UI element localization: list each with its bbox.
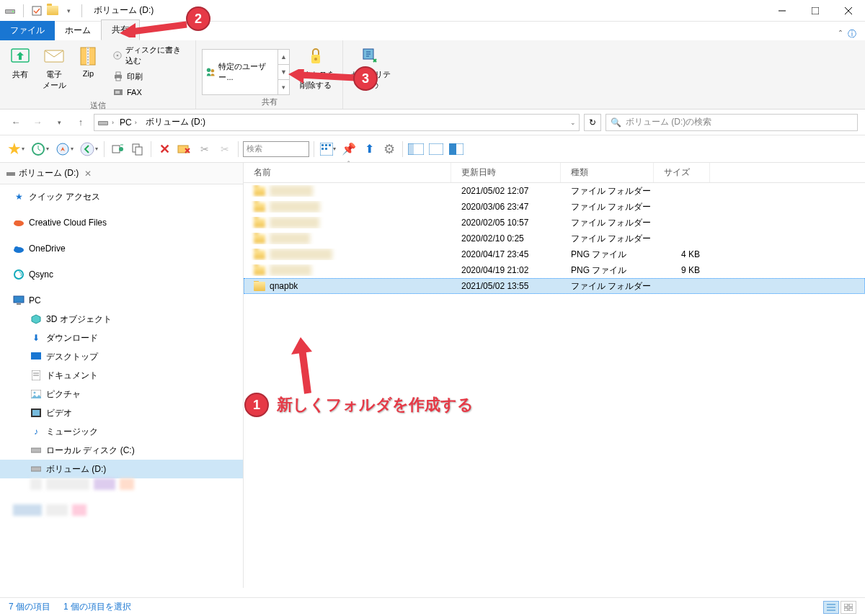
up-button[interactable]: ↑ (72, 114, 89, 131)
main-area: ボリューム (D:) ✕ ★クイック アクセス Creative Cloud F… (0, 163, 865, 588)
nav-back-icon[interactable]: ▾ (78, 140, 99, 158)
tree-3d-objects[interactable]: 3D オブジェクト (0, 310, 243, 329)
send-group-label: 送信 (6, 99, 190, 111)
tree-documents[interactable]: ドキュメント (0, 366, 243, 385)
search-box[interactable]: 🔍 ボリューム (D:)の検索 (606, 114, 858, 131)
column-headers: 名前 更新日時 種類 サイズ ˆ (244, 163, 865, 183)
file-list[interactable]: 2021/05/02 12:07ファイル フォルダー2020/03/06 23:… (244, 183, 865, 588)
breadcrumb-volume[interactable]: ボリューム (D:) (143, 116, 208, 128)
file-row[interactable]: 2021/05/02 12:07ファイル フォルダー (244, 183, 865, 199)
file-type: ファイル フォルダー (561, 233, 654, 245)
zip-button[interactable]: Zip (74, 43, 103, 79)
history-icon[interactable]: ▾ (29, 140, 50, 158)
tree-qsync[interactable]: Qsync (0, 265, 243, 284)
file-type: PNG ファイル (561, 264, 654, 277)
tree-quick-access[interactable]: ★クイック アクセス (0, 187, 243, 206)
file-row[interactable]: 2020/04/17 23:45PNG ファイル4 KB (244, 246, 865, 262)
burn-disc-button[interactable]: ディスクに書き込む (110, 43, 190, 68)
share-button-label: 共有 (12, 69, 28, 80)
delete-folder-icon[interactable] (176, 140, 193, 158)
details-view-button[interactable] (823, 601, 839, 614)
tree-desktop[interactable]: デスクトップ (0, 347, 243, 366)
copy-path-icon[interactable] (109, 140, 126, 158)
fax-label: FAX (127, 88, 142, 97)
svg-point-20 (207, 68, 210, 72)
tab-home[interactable]: ホーム (55, 21, 101, 40)
checkbox-icon[interactable] (31, 5, 43, 17)
tab-file[interactable]: ファイル (0, 21, 55, 40)
tree-pictures[interactable]: ピクチャ (0, 385, 243, 403)
file-row[interactable]: 2020/02/05 10:57ファイル フォルダー (244, 215, 865, 231)
copy-icon[interactable] (129, 140, 146, 158)
specific-user-item[interactable]: 特定のユーザー... (203, 52, 278, 92)
help-icon[interactable]: ⓘ (848, 28, 856, 40)
tree-creative-cloud[interactable]: Creative Cloud Files (0, 213, 243, 232)
cut-icon[interactable]: ✂ (196, 140, 213, 158)
tree-d-drive[interactable]: ボリューム (D:) (0, 460, 243, 478)
view-options-icon[interactable]: ▾ (319, 140, 337, 158)
refresh-button[interactable]: ↻ (584, 114, 601, 131)
tree-downloads[interactable]: ⬇ダウンロード (0, 329, 243, 347)
qat-dropdown-icon[interactable]: ▾ (63, 5, 74, 17)
tree-pc[interactable]: PC (0, 291, 243, 310)
window-split-icon[interactable] (407, 140, 425, 158)
addr-dropdown[interactable]: ⌄ (570, 119, 576, 126)
ribbon: 共有 電子 メール Zip ディスクに書き込む 印刷 (0, 40, 865, 110)
breadcrumb-pc[interactable]: PC› (117, 117, 140, 128)
up-arrow-icon[interactable]: ⬆ (360, 140, 378, 158)
inline-search[interactable]: 検索 (243, 141, 309, 157)
delete-x-icon[interactable]: ✕ (156, 140, 173, 158)
share-button[interactable]: 共有 (6, 43, 35, 81)
file-row[interactable]: 2020/03/06 23:47ファイル フォルダー (244, 199, 865, 215)
status-bar: 7 個の項目 1 個の項目を選択 (0, 597, 865, 616)
svg-point-48 (14, 220, 19, 225)
tree-videos[interactable]: ビデオ (0, 403, 243, 422)
minimize-button[interactable] (766, 0, 799, 22)
file-row[interactable]: qnapbk2021/05/02 13:55ファイル フォルダー (244, 278, 865, 294)
collapse-ribbon-icon[interactable]: ˆ (839, 30, 842, 40)
svg-point-23 (314, 58, 317, 61)
tree-onedrive[interactable]: OneDrive (0, 239, 243, 258)
svg-rect-3 (32, 6, 41, 15)
print-label: 印刷 (127, 71, 143, 82)
window-half-icon[interactable] (448, 140, 465, 158)
svg-rect-54 (31, 352, 41, 360)
annotation-badge-3: 3 (353, 66, 378, 91)
file-type: ファイル フォルダー (561, 217, 654, 229)
back-button[interactable]: ← (7, 114, 25, 131)
print-button[interactable]: 印刷 (110, 69, 190, 84)
col-type[interactable]: 種類 (561, 163, 654, 182)
maximize-button[interactable] (799, 0, 832, 22)
sidebar-tab[interactable]: ボリューム (D:) ✕ (0, 163, 243, 184)
svg-rect-43 (429, 143, 443, 155)
fax-button[interactable]: FAX (110, 85, 190, 99)
svg-rect-45 (449, 143, 456, 155)
file-size: 4 KB (654, 249, 710, 259)
file-modified: 2020/04/19 21:02 (451, 265, 561, 275)
icons-view-button[interactable] (840, 601, 856, 614)
gallery-up-icon[interactable]: ▲ (278, 50, 289, 65)
tree-music[interactable]: ♪ミュージック (0, 422, 243, 441)
compass-icon[interactable]: ▾ (53, 140, 75, 158)
svg-point-50 (14, 246, 19, 251)
gear-icon[interactable]: ⚙ (381, 140, 398, 158)
window-single-icon[interactable] (427, 140, 445, 158)
recent-dropdown[interactable]: ▾ (50, 114, 68, 131)
favorite-star-icon[interactable]: ★▾ (6, 140, 26, 158)
file-row[interactable]: 2020/02/10 0:25ファイル フォルダー (244, 231, 865, 246)
svg-rect-33 (136, 147, 142, 155)
close-button[interactable] (832, 0, 865, 22)
cut-disabled-icon[interactable]: ✂ (216, 140, 234, 158)
col-size[interactable]: サイズ (654, 163, 710, 182)
email-button-label: 電子 メール (43, 69, 66, 91)
file-row[interactable]: 2020/04/19 21:02PNG ファイル9 KB (244, 262, 865, 278)
email-button[interactable]: 電子 メール (40, 43, 69, 92)
annotation-text-1: 新しくフォルダを作成する (277, 394, 474, 416)
col-modified[interactable]: 更新日時 (451, 163, 561, 182)
forward-button[interactable]: → (29, 114, 46, 131)
annotation-arrow-1 (288, 336, 331, 401)
address-bar[interactable]: › PC› ボリューム (D:) ⌄ (94, 114, 580, 131)
pin-icon[interactable]: 📌 (340, 140, 358, 158)
close-tab-icon[interactable]: ✕ (84, 169, 92, 179)
tree-c-drive[interactable]: ローカル ディスク (C:) (0, 441, 243, 460)
